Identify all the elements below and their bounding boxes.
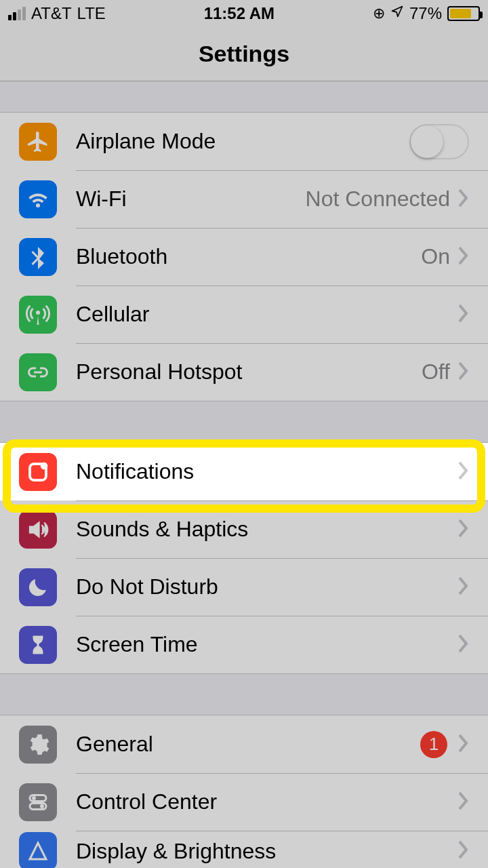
chevron-right-icon (458, 361, 469, 383)
cell-detail: Not Connected (306, 186, 450, 212)
rotation-lock-icon: ⊕ (373, 5, 385, 22)
hourglass-icon (19, 626, 57, 664)
svg-point-3 (32, 796, 36, 800)
signal-strength-icon (8, 7, 26, 20)
row-bluetooth[interactable]: Bluetooth On (0, 228, 488, 285)
airplane-mode-switch[interactable] (409, 124, 469, 159)
row-personal-hotspot[interactable]: Personal Hotspot Off (0, 343, 488, 401)
chevron-right-icon (458, 304, 469, 326)
cell-label: Display & Brightness (76, 839, 276, 864)
chevron-right-icon (458, 634, 469, 656)
gear-icon (19, 726, 57, 764)
cell-detail: Off (422, 359, 450, 384)
nav-bar: Settings (0, 27, 488, 81)
chevron-right-icon (458, 734, 469, 755)
chevron-right-icon (458, 576, 469, 598)
cell-label: Screen Time (76, 632, 198, 657)
status-bar: AT&T LTE 11:52 AM ⊕ 77% (0, 0, 488, 27)
cell-label: Do Not Disturb (76, 574, 218, 599)
battery-icon (447, 6, 480, 21)
wifi-icon (19, 180, 57, 218)
carrier-label: AT&T (31, 4, 72, 23)
row-sounds-haptics[interactable]: Sounds & Haptics (0, 500, 488, 558)
bluetooth-icon (19, 238, 57, 276)
cell-label: Personal Hotspot (76, 359, 242, 384)
moon-icon (19, 568, 57, 606)
display-brightness-icon (19, 832, 57, 868)
status-time: 11:52 AM (204, 4, 274, 23)
row-do-not-disturb[interactable]: Do Not Disturb (0, 558, 488, 616)
chevron-right-icon (458, 791, 469, 813)
cellular-antenna-icon (19, 296, 57, 334)
update-badge: 1 (420, 731, 447, 758)
cell-label: Control Center (76, 789, 217, 814)
row-cellular[interactable]: Cellular (0, 285, 488, 343)
network-label: LTE (77, 4, 106, 23)
cell-label: General (76, 732, 153, 757)
location-arrow-icon (390, 5, 404, 22)
row-display-brightness[interactable]: Display & Brightness (0, 831, 488, 868)
row-notifications[interactable]: Notifications (0, 443, 488, 500)
row-wifi[interactable]: Wi-Fi Not Connected (0, 170, 488, 228)
svg-point-5 (40, 804, 44, 808)
settings-group-system: General 1 Control Center Display & Brigh… (0, 715, 488, 868)
chevron-right-icon (458, 246, 469, 268)
hotspot-link-icon (19, 353, 57, 391)
row-general[interactable]: General 1 (0, 715, 488, 773)
cell-label: Sounds & Haptics (76, 517, 248, 542)
cell-label: Wi-Fi (76, 186, 127, 212)
battery-percent: 77% (409, 4, 442, 23)
settings-group-connectivity: Airplane Mode Wi-Fi Not Connected Blueto… (0, 112, 488, 401)
row-airplane-mode[interactable]: Airplane Mode (0, 113, 488, 170)
chevron-right-icon (458, 519, 469, 540)
chevron-right-icon (458, 461, 469, 483)
cell-label: Bluetooth (76, 244, 167, 269)
row-control-center[interactable]: Control Center (0, 773, 488, 831)
notifications-icon (19, 453, 57, 491)
page-title: Settings (199, 41, 289, 67)
cell-label: Notifications (76, 459, 194, 484)
cell-label: Cellular (76, 302, 149, 327)
svg-point-1 (41, 462, 48, 469)
sounds-speaker-icon (19, 511, 57, 549)
chevron-right-icon (458, 189, 469, 210)
control-center-icon (19, 783, 57, 821)
row-screen-time[interactable]: Screen Time (0, 616, 488, 673)
cell-detail: On (421, 244, 450, 269)
cell-label: Airplane Mode (76, 129, 216, 154)
settings-group-notifications: Notifications Sounds & Haptics Do Not Di… (0, 442, 488, 674)
chevron-right-icon (458, 840, 469, 862)
airplane-icon (19, 123, 57, 161)
